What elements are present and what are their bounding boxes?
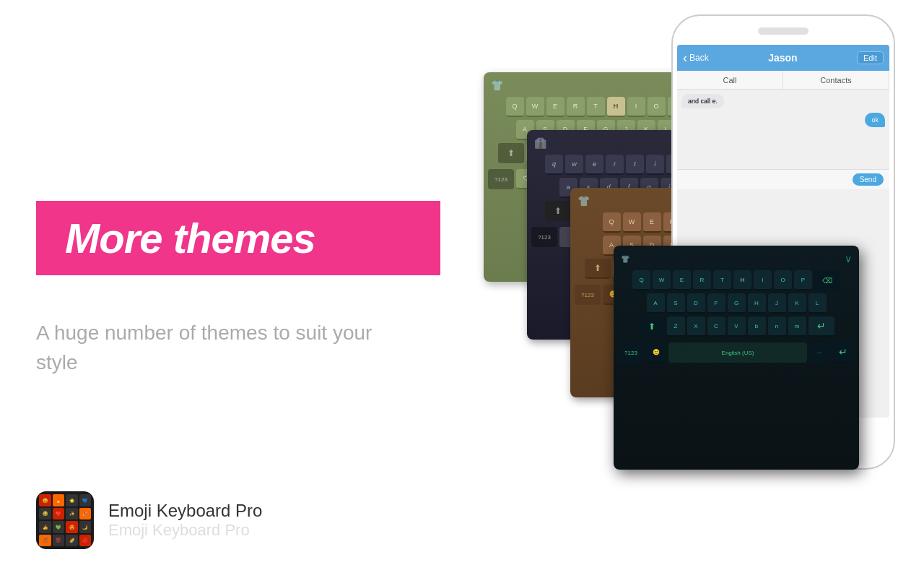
icon-cell: ⭐: [66, 494, 78, 506]
key-t[interactable]: t: [626, 155, 644, 175]
key-l[interactable]: L: [808, 293, 827, 314]
ios-call-button[interactable]: Call: [677, 71, 783, 89]
key-a[interactable]: A: [647, 293, 665, 314]
icon-cell: 💋: [79, 535, 92, 547]
shirt-icon: 👔: [534, 137, 546, 149]
icon-cell: 💙: [79, 494, 92, 506]
key-k[interactable]: K: [788, 293, 806, 314]
key-o[interactable]: O: [648, 97, 666, 117]
icon-cell: 🎉: [79, 508, 92, 520]
icon-cell: ❤️: [53, 508, 65, 520]
key-n[interactable]: n: [768, 316, 786, 337]
kb-toolbar-4: 👕 ∨: [618, 250, 855, 267]
num-key[interactable]: ?123: [575, 285, 601, 305]
app-name-shadow: Emoji Keyboard Pro: [108, 521, 262, 540]
ios-send-button[interactable]: Send: [853, 173, 884, 186]
key-r[interactable]: R: [693, 270, 711, 290]
key-i[interactable]: i: [646, 155, 664, 175]
key-q[interactable]: Q: [603, 212, 621, 233]
key-m[interactable]: m: [788, 316, 806, 337]
key-c[interactable]: C: [707, 316, 725, 337]
app-icon: 😀 🔥 ⭐ 💙 😂 ❤️ ✨ 🎉 👍 💚 😍 🌙 🎵 💯 🌈 💋: [36, 491, 94, 549]
shirt-icon: 👕: [491, 79, 503, 91]
return-key[interactable]: ↵: [832, 342, 855, 363]
delete-key[interactable]: ⌫: [814, 270, 840, 290]
key-h-halloween[interactable]: H: [733, 270, 751, 290]
message-received: and call e.: [681, 94, 724, 108]
key-e[interactable]: e: [585, 155, 603, 175]
key-o[interactable]: O: [774, 270, 792, 290]
num-key[interactable]: ?123: [618, 342, 644, 363]
space-key[interactable]: English (US): [668, 342, 807, 363]
key-z[interactable]: Z: [667, 316, 685, 337]
kb-row: A S D F G H J K L: [618, 293, 855, 314]
phone-notch: [758, 27, 808, 35]
key-b[interactable]: b: [748, 316, 766, 337]
key-i[interactable]: I: [754, 270, 772, 290]
icon-cell: 🔥: [53, 494, 65, 506]
key-q[interactable]: q: [545, 155, 563, 175]
key-w[interactable]: W: [623, 212, 641, 233]
key-h[interactable]: H: [748, 293, 766, 314]
num-key[interactable]: ?123: [531, 227, 557, 247]
key-r[interactable]: R: [567, 97, 585, 117]
bottom-logo: 😀 🔥 ⭐ 💙 😂 ❤️ ✨ 🎉 👍 💚 😍 🌙 🎵 💯 🌈 💋 Emoji K…: [36, 491, 262, 549]
key-e[interactable]: E: [643, 212, 661, 233]
key-t[interactable]: T: [587, 97, 605, 117]
icon-cell: 🌈: [66, 535, 78, 547]
ios-back-button[interactable]: Back: [683, 51, 709, 64]
ios-messages-area: and call e. ok: [677, 90, 889, 169]
kb-row: Q W E R T H I O P ⌫: [618, 270, 855, 290]
key-x[interactable]: X: [687, 316, 705, 337]
num-key[interactable]: ?123: [488, 169, 514, 189]
key-f[interactable]: F: [707, 293, 725, 314]
icon-cell: 😀: [39, 494, 51, 506]
ios-edit-button[interactable]: Edit: [857, 51, 884, 64]
app-name-block: Emoji Keyboard Pro Emoji Keyboard Pro: [108, 501, 262, 540]
right-section: 👕 ∨ Q W E R T H I O P A S D: [462, 0, 924, 578]
key-r[interactable]: r: [606, 155, 624, 175]
key-q[interactable]: Q: [632, 270, 650, 290]
key-w[interactable]: w: [565, 155, 583, 175]
shift-key[interactable]: ⬆: [545, 201, 571, 221]
key-q[interactable]: Q: [506, 97, 524, 117]
ios-title: Jason: [768, 52, 797, 64]
message-sent: ok: [865, 113, 885, 127]
shift-key[interactable]: ⬆: [498, 143, 524, 163]
key-w[interactable]: W: [653, 270, 671, 290]
icon-cell: 😍: [66, 521, 78, 533]
key-h[interactable]: H: [607, 97, 625, 117]
icon-cell: 🌙: [79, 521, 92, 533]
shift-key[interactable]: ⬆: [585, 259, 611, 279]
key-return[interactable]: ↵: [808, 316, 834, 337]
ios-contacts-button[interactable]: Contacts: [783, 71, 889, 89]
key-i[interactable]: I: [627, 97, 645, 117]
key-t[interactable]: T: [713, 270, 731, 290]
chevron-down-icon: ∨: [845, 253, 852, 264]
key-e[interactable]: E: [546, 97, 565, 117]
icon-cell: 🎵: [39, 535, 51, 547]
app-name: Emoji Keyboard Pro: [108, 501, 262, 521]
icon-cell: 👍: [39, 521, 51, 533]
icon-cell: 💚: [53, 521, 65, 533]
key-j[interactable]: J: [768, 293, 786, 314]
key-w[interactable]: W: [526, 97, 544, 117]
ios-contact-bar: Call Contacts: [677, 71, 889, 90]
emoji-key[interactable]: 😊: [646, 342, 666, 363]
key-p[interactable]: P: [794, 270, 812, 290]
key-e[interactable]: E: [673, 270, 691, 290]
shift-key[interactable]: ⬆: [639, 316, 665, 337]
key-v[interactable]: V: [728, 316, 746, 337]
title-banner: More themes: [36, 201, 440, 275]
key-d[interactable]: D: [687, 293, 705, 314]
keyboard-theme-halloween: 👕 ∨ Q W E R T H I O P ⌫ A S: [614, 246, 859, 470]
shirt-icon: 👕: [621, 255, 629, 263]
key-s[interactable]: S: [667, 293, 685, 314]
kb-row: ⬆ Z X C V b n m ↵: [618, 316, 855, 337]
ios-nav-bar: Back Jason Edit: [677, 45, 889, 71]
dots-key[interactable]: ···: [809, 342, 829, 363]
icon-cell: 😂: [39, 508, 51, 520]
key-g[interactable]: G: [728, 293, 746, 314]
kb-bottom-row: ?123 😊 English (US) ··· ↵: [618, 342, 855, 363]
icon-cell: 💯: [53, 535, 65, 547]
